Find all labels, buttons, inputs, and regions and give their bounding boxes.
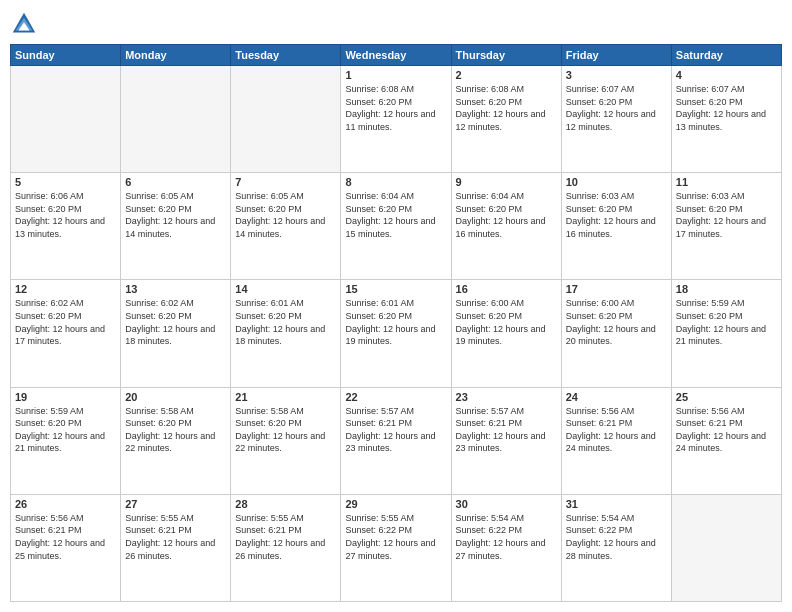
calendar-cell: 1Sunrise: 6:08 AMSunset: 6:20 PMDaylight…: [341, 66, 451, 173]
logo: [10, 10, 42, 38]
day-number: 12: [15, 283, 116, 295]
day-info: Sunrise: 5:59 AMSunset: 6:20 PMDaylight:…: [676, 297, 777, 347]
day-number: 1: [345, 69, 446, 81]
calendar-cell: 3Sunrise: 6:07 AMSunset: 6:20 PMDaylight…: [561, 66, 671, 173]
day-info: Sunrise: 6:02 AMSunset: 6:20 PMDaylight:…: [15, 297, 116, 347]
day-info: Sunrise: 6:03 AMSunset: 6:20 PMDaylight:…: [676, 190, 777, 240]
calendar-cell: 31Sunrise: 5:54 AMSunset: 6:22 PMDayligh…: [561, 494, 671, 601]
calendar-cell: 21Sunrise: 5:58 AMSunset: 6:20 PMDayligh…: [231, 387, 341, 494]
calendar-cell: 8Sunrise: 6:04 AMSunset: 6:20 PMDaylight…: [341, 173, 451, 280]
day-number: 22: [345, 391, 446, 403]
logo-icon: [10, 10, 38, 38]
calendar-cell: 18Sunrise: 5:59 AMSunset: 6:20 PMDayligh…: [671, 280, 781, 387]
calendar-cell: 24Sunrise: 5:56 AMSunset: 6:21 PMDayligh…: [561, 387, 671, 494]
day-number: 15: [345, 283, 446, 295]
calendar-table: SundayMondayTuesdayWednesdayThursdayFrid…: [10, 44, 782, 602]
calendar-header-thursday: Thursday: [451, 45, 561, 66]
calendar-cell: 13Sunrise: 6:02 AMSunset: 6:20 PMDayligh…: [121, 280, 231, 387]
calendar-week-5: 26Sunrise: 5:56 AMSunset: 6:21 PMDayligh…: [11, 494, 782, 601]
day-number: 26: [15, 498, 116, 510]
calendar-header-monday: Monday: [121, 45, 231, 66]
calendar-header-sunday: Sunday: [11, 45, 121, 66]
calendar-cell: 16Sunrise: 6:00 AMSunset: 6:20 PMDayligh…: [451, 280, 561, 387]
calendar-week-1: 1Sunrise: 6:08 AMSunset: 6:20 PMDaylight…: [11, 66, 782, 173]
calendar-cell: 25Sunrise: 5:56 AMSunset: 6:21 PMDayligh…: [671, 387, 781, 494]
calendar-header-row: SundayMondayTuesdayWednesdayThursdayFrid…: [11, 45, 782, 66]
day-info: Sunrise: 6:06 AMSunset: 6:20 PMDaylight:…: [15, 190, 116, 240]
calendar-cell: 4Sunrise: 6:07 AMSunset: 6:20 PMDaylight…: [671, 66, 781, 173]
day-info: Sunrise: 5:57 AMSunset: 6:21 PMDaylight:…: [456, 405, 557, 455]
calendar-cell: 20Sunrise: 5:58 AMSunset: 6:20 PMDayligh…: [121, 387, 231, 494]
day-info: Sunrise: 6:03 AMSunset: 6:20 PMDaylight:…: [566, 190, 667, 240]
calendar-header-wednesday: Wednesday: [341, 45, 451, 66]
day-info: Sunrise: 6:05 AMSunset: 6:20 PMDaylight:…: [125, 190, 226, 240]
page: SundayMondayTuesdayWednesdayThursdayFrid…: [0, 0, 792, 612]
calendar-cell: 26Sunrise: 5:56 AMSunset: 6:21 PMDayligh…: [11, 494, 121, 601]
day-info: Sunrise: 6:04 AMSunset: 6:20 PMDaylight:…: [456, 190, 557, 240]
calendar-cell: [231, 66, 341, 173]
day-info: Sunrise: 6:01 AMSunset: 6:20 PMDaylight:…: [345, 297, 446, 347]
calendar-header-saturday: Saturday: [671, 45, 781, 66]
calendar-cell: 23Sunrise: 5:57 AMSunset: 6:21 PMDayligh…: [451, 387, 561, 494]
day-number: 11: [676, 176, 777, 188]
header: [10, 10, 782, 38]
day-number: 21: [235, 391, 336, 403]
day-info: Sunrise: 6:08 AMSunset: 6:20 PMDaylight:…: [456, 83, 557, 133]
day-number: 29: [345, 498, 446, 510]
day-number: 2: [456, 69, 557, 81]
day-info: Sunrise: 5:56 AMSunset: 6:21 PMDaylight:…: [15, 512, 116, 562]
day-info: Sunrise: 6:00 AMSunset: 6:20 PMDaylight:…: [456, 297, 557, 347]
day-number: 23: [456, 391, 557, 403]
day-info: Sunrise: 5:56 AMSunset: 6:21 PMDaylight:…: [676, 405, 777, 455]
day-info: Sunrise: 6:04 AMSunset: 6:20 PMDaylight:…: [345, 190, 446, 240]
day-info: Sunrise: 5:57 AMSunset: 6:21 PMDaylight:…: [345, 405, 446, 455]
day-info: Sunrise: 6:05 AMSunset: 6:20 PMDaylight:…: [235, 190, 336, 240]
day-info: Sunrise: 6:00 AMSunset: 6:20 PMDaylight:…: [566, 297, 667, 347]
day-info: Sunrise: 5:58 AMSunset: 6:20 PMDaylight:…: [235, 405, 336, 455]
day-number: 28: [235, 498, 336, 510]
calendar-cell: 12Sunrise: 6:02 AMSunset: 6:20 PMDayligh…: [11, 280, 121, 387]
calendar-cell: 28Sunrise: 5:55 AMSunset: 6:21 PMDayligh…: [231, 494, 341, 601]
day-number: 3: [566, 69, 667, 81]
day-number: 7: [235, 176, 336, 188]
calendar-cell: 19Sunrise: 5:59 AMSunset: 6:20 PMDayligh…: [11, 387, 121, 494]
calendar-cell: 15Sunrise: 6:01 AMSunset: 6:20 PMDayligh…: [341, 280, 451, 387]
day-info: Sunrise: 6:08 AMSunset: 6:20 PMDaylight:…: [345, 83, 446, 133]
calendar-cell: 22Sunrise: 5:57 AMSunset: 6:21 PMDayligh…: [341, 387, 451, 494]
day-number: 8: [345, 176, 446, 188]
calendar-cell: 29Sunrise: 5:55 AMSunset: 6:22 PMDayligh…: [341, 494, 451, 601]
day-info: Sunrise: 5:59 AMSunset: 6:20 PMDaylight:…: [15, 405, 116, 455]
day-number: 20: [125, 391, 226, 403]
day-info: Sunrise: 5:54 AMSunset: 6:22 PMDaylight:…: [456, 512, 557, 562]
calendar-cell: 7Sunrise: 6:05 AMSunset: 6:20 PMDaylight…: [231, 173, 341, 280]
calendar-cell: 9Sunrise: 6:04 AMSunset: 6:20 PMDaylight…: [451, 173, 561, 280]
calendar-cell: 2Sunrise: 6:08 AMSunset: 6:20 PMDaylight…: [451, 66, 561, 173]
calendar-cell: 11Sunrise: 6:03 AMSunset: 6:20 PMDayligh…: [671, 173, 781, 280]
day-number: 9: [456, 176, 557, 188]
day-info: Sunrise: 6:07 AMSunset: 6:20 PMDaylight:…: [566, 83, 667, 133]
day-info: Sunrise: 5:55 AMSunset: 6:21 PMDaylight:…: [235, 512, 336, 562]
day-info: Sunrise: 6:07 AMSunset: 6:20 PMDaylight:…: [676, 83, 777, 133]
calendar-cell: [11, 66, 121, 173]
day-info: Sunrise: 6:01 AMSunset: 6:20 PMDaylight:…: [235, 297, 336, 347]
calendar-cell: 10Sunrise: 6:03 AMSunset: 6:20 PMDayligh…: [561, 173, 671, 280]
calendar-cell: 5Sunrise: 6:06 AMSunset: 6:20 PMDaylight…: [11, 173, 121, 280]
day-info: Sunrise: 5:54 AMSunset: 6:22 PMDaylight:…: [566, 512, 667, 562]
day-number: 4: [676, 69, 777, 81]
calendar-cell: 17Sunrise: 6:00 AMSunset: 6:20 PMDayligh…: [561, 280, 671, 387]
day-number: 19: [15, 391, 116, 403]
calendar-header-tuesday: Tuesday: [231, 45, 341, 66]
calendar-header-friday: Friday: [561, 45, 671, 66]
calendar-cell: 6Sunrise: 6:05 AMSunset: 6:20 PMDaylight…: [121, 173, 231, 280]
day-number: 10: [566, 176, 667, 188]
calendar-cell: [671, 494, 781, 601]
day-number: 30: [456, 498, 557, 510]
day-number: 24: [566, 391, 667, 403]
day-number: 18: [676, 283, 777, 295]
day-info: Sunrise: 5:56 AMSunset: 6:21 PMDaylight:…: [566, 405, 667, 455]
day-number: 13: [125, 283, 226, 295]
day-info: Sunrise: 6:02 AMSunset: 6:20 PMDaylight:…: [125, 297, 226, 347]
day-number: 6: [125, 176, 226, 188]
day-number: 16: [456, 283, 557, 295]
calendar-week-3: 12Sunrise: 6:02 AMSunset: 6:20 PMDayligh…: [11, 280, 782, 387]
